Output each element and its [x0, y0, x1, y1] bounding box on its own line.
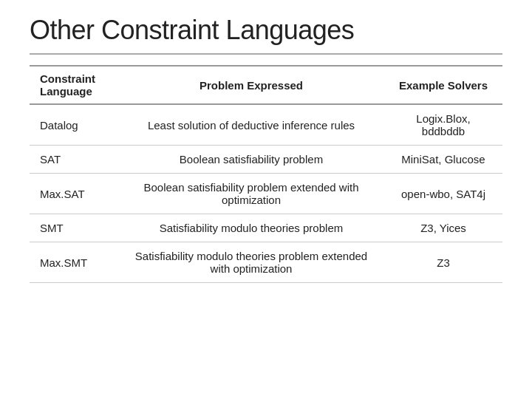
cell-problem-3: Satisfiability modulo theories problem [118, 214, 384, 242]
cell-problem-1: Boolean satisfiability problem [118, 146, 384, 174]
cell-problem-4: Satisfiability modulo theories problem e… [118, 242, 384, 283]
table-header-row: Constraint Language Problem Expressed Ex… [30, 66, 502, 104]
page-container: Other Constraint Languages Constraint La… [0, 0, 532, 399]
cell-problem-2: Boolean satisfiability problem extended … [118, 174, 384, 214]
cell-example-2: open-wbo, SAT4j [384, 174, 502, 214]
cell-constraint-2: Max.SAT [30, 174, 118, 214]
header-example: Example Solvers [384, 66, 502, 104]
main-table: Constraint Language Problem Expressed Ex… [30, 65, 502, 283]
table-row: DatalogLeast solution of deductive infer… [30, 104, 502, 146]
cell-constraint-4: Max.SMT [30, 242, 118, 283]
cell-constraint-3: SMT [30, 214, 118, 242]
title-divider [30, 53, 502, 55]
cell-constraint-0: Datalog [30, 104, 118, 146]
cell-example-0: Logix.Blox, bddbddb [384, 104, 502, 146]
cell-constraint-1: SAT [30, 146, 118, 174]
table-row: SATBoolean satisfiability problemMiniSat… [30, 146, 502, 174]
table-row: Max.SMTSatisfiability modulo theories pr… [30, 242, 502, 283]
cell-problem-0: Least solution of deductive inference ru… [118, 104, 384, 146]
header-constraint: Constraint Language [30, 66, 118, 104]
header-problem: Problem Expressed [118, 66, 384, 104]
cell-example-4: Z3 [384, 242, 502, 283]
page-title: Other Constraint Languages [30, 15, 502, 46]
table-row: SMTSatisfiability modulo theories proble… [30, 214, 502, 242]
table-row: Max.SATBoolean satisfiability problem ex… [30, 174, 502, 214]
cell-example-1: MiniSat, Glucose [384, 146, 502, 174]
cell-example-3: Z3, Yices [384, 214, 502, 242]
table-wrapper: Constraint Language Problem Expressed Ex… [30, 65, 502, 384]
